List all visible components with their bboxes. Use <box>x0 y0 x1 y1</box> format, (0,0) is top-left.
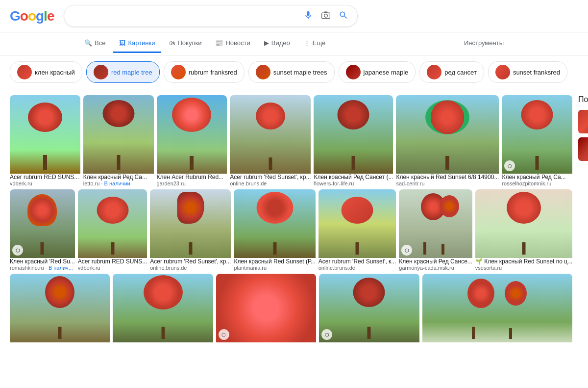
image-item-2-6[interactable]: ⬡ Клен красный Ред Сансе... garmonya-cad… <box>399 189 472 271</box>
sidebar-item-2[interactable]: rotahorn red suns... <box>578 137 588 161</box>
caption-source-1-5: flowers-for-life.ru <box>314 181 393 186</box>
image-item-1-4[interactable]: Acer rubrum 'Red Sunset', кр... online.b… <box>230 95 311 186</box>
google-logo: Google <box>10 8 54 24</box>
chip-3[interactable]: rubrum franksred <box>164 61 245 83</box>
nav-images-icon: 🖼 <box>119 39 125 47</box>
image-item-3-4[interactable]: ⬡ <box>319 274 419 342</box>
image-item-3-1[interactable] <box>10 274 110 342</box>
caption-title-2-1: Клен красный 'Red Su... <box>10 258 75 265</box>
caption-source-2-6: garmonya-cada.msk.ru <box>399 265 472 271</box>
caption-source-2-1: romashkino.ru · В налич... <box>10 265 75 271</box>
caption-source-2-5: online.bruns.de <box>318 265 396 271</box>
nav-shopping-label: Покупки <box>178 39 202 47</box>
image-item-2-4[interactable]: Клен красный Red Sunset (Р... plantmania… <box>234 189 315 271</box>
image-item-3-3[interactable]: ⬡ <box>216 274 316 342</box>
caption-source-1-1: vdberk.ru <box>10 181 80 186</box>
image-item-1-5[interactable]: Клен красный Ред Сансет (... flowers-for… <box>314 95 393 186</box>
caption-title-1-5: Клен красный Ред Сансет (... <box>314 174 393 181</box>
chip-3-label: rubrum franksred <box>189 69 237 76</box>
nav-video-icon: ▶ <box>264 39 269 47</box>
sidebar-item-1[interactable]: acer rubrum frank <box>578 110 588 133</box>
mic-icon <box>303 10 313 20</box>
mic-button[interactable] <box>302 9 314 23</box>
image-item-2-3[interactable]: Acer rubrum 'Red Sunset', кр... online.b… <box>150 189 231 271</box>
chip-4[interactable]: sunset maple trees <box>248 61 335 83</box>
caption-source-1-6: sad-centr.ru <box>396 181 499 186</box>
chip-2-label: red maple tree <box>111 69 152 76</box>
nav-tools-label: Инструменты <box>464 39 504 47</box>
caption-title-2-6: Клен красный Ред Сансе... <box>399 258 472 265</box>
caption-source-1-7: rosselhozpitomnik.ru <box>502 181 572 186</box>
badge-2-6: ⬡ <box>401 245 412 256</box>
caption-source-1-2: letto.ru · В наличии <box>83 181 154 186</box>
nav-tools[interactable]: Инструменты <box>458 34 510 53</box>
image-item-1-2[interactable]: Клен красный Ред Са... letto.ru · В нали… <box>83 95 154 186</box>
sidebar-thumb-1 <box>578 110 588 133</box>
image-item-2-5[interactable]: Acer rubrum 'Red Sunset', к... online.br… <box>318 189 396 271</box>
camera-icon <box>321 10 331 20</box>
nav-images[interactable]: 🖼 Картинки <box>113 34 161 53</box>
nav-more[interactable]: ⋮ Ещё <box>298 34 332 53</box>
chip-2[interactable]: red maple tree <box>86 61 160 83</box>
nav-news-label: Новости <box>225 39 250 47</box>
nav-video-label: Видео <box>271 39 290 47</box>
svg-rect-2 <box>324 12 328 13</box>
caption-title-1-2: Клен красный Ред Са... <box>83 174 154 181</box>
caption-source-1-4: online.bruns.de <box>230 181 311 186</box>
image-item-1-7[interactable]: ⬡ Клен красный Ред Са... rosselhozpitomn… <box>502 95 572 186</box>
badge-3-4: ⬡ <box>321 329 332 340</box>
nav-shopping-icon: 🛍 <box>169 39 175 47</box>
badge-3-3: ⬡ <box>219 329 229 340</box>
badge-1-7: ⬡ <box>504 160 515 171</box>
badge-2-1: ⬡ <box>12 245 23 256</box>
caption-title-1-4: Acer rubrum 'Red Sunset', кр... <box>230 174 311 181</box>
nav-all-icon: 🔍 <box>84 39 92 47</box>
svg-point-3 <box>328 14 329 15</box>
caption-title-2-5: Acer rubrum 'Red Sunset', к... <box>318 258 396 265</box>
nav-bar: 🔍 Все 🖼 Картинки 🛍 Покупки 📰 Новости ▶ В… <box>0 32 588 55</box>
nav-shopping[interactable]: 🛍 Покупки <box>163 34 208 53</box>
chip-4-label: sunset maple trees <box>273 69 327 76</box>
nav-all[interactable]: 🔍 Все <box>78 34 111 53</box>
image-item-1-6[interactable]: Клен красный Red Sunset 6/8 14900... sad… <box>396 95 499 186</box>
image-grid: Acer rubrum RED SUNS... vdberk.ru Клен к… <box>10 95 572 345</box>
chip-5-label: japanese maple <box>364 69 409 76</box>
caption-source-2-4: plantmania.ru <box>234 265 315 271</box>
image-row-3: ⬡ ⬡ <box>10 274 572 342</box>
svg-rect-0 <box>322 13 330 19</box>
nav-all-label: Все <box>95 39 105 47</box>
nav-more-icon: ⋮ <box>304 39 310 47</box>
chip-1[interactable]: клен красный <box>10 61 82 83</box>
chip-5[interactable]: japanese maple <box>339 61 416 83</box>
caption-source-2-3: online.bruns.de <box>150 265 231 271</box>
caption-title-2-7: 🌱 Клен красный Red Sunset по ц... <box>475 258 572 265</box>
chip-6-label: ред сансет <box>444 69 477 76</box>
image-item-3-2[interactable] <box>113 274 213 342</box>
image-item-3-5[interactable] <box>422 274 573 342</box>
nav-video[interactable]: ▶ Видео <box>258 34 296 53</box>
image-row-1: Acer rubrum RED SUNS... vdberk.ru Клен к… <box>10 95 572 186</box>
main-content: Acer rubrum RED SUNS... vdberk.ru Клен к… <box>0 89 588 351</box>
nav-news-icon: 📰 <box>215 39 223 47</box>
header: Google Acer rubrum "Red Sunset" <box>0 0 588 32</box>
lens-button[interactable] <box>320 9 332 23</box>
image-item-2-7[interactable]: 🌱 Клен красный Red Sunset по ц... vsesor… <box>475 189 572 271</box>
caption-title-1-3: Клен Acer Rubrum Red... <box>157 174 227 181</box>
nav-news[interactable]: 📰 Новости <box>209 34 256 53</box>
search-bar: Acer rubrum "Red Sunset" <box>64 5 358 27</box>
image-item-2-2[interactable]: Acer rubrum RED SUNS... vdberk.ru <box>78 189 147 271</box>
caption-title-1-1: Acer rubrum RED SUNS... <box>10 174 80 181</box>
search-input[interactable]: Acer rubrum "Red Sunset" <box>72 12 297 21</box>
caption-source-2-2: vdberk.ru <box>78 265 147 271</box>
image-item-1-3[interactable]: Клен Acer Rubrum Red... garden23.ru <box>157 95 227 186</box>
image-item-2-1[interactable]: ⬡ Клен красный 'Red Su... romashkino.ru … <box>10 189 75 271</box>
chip-7-label: sunset franksred <box>513 69 560 76</box>
chip-7[interactable]: sunset franksred <box>488 61 567 83</box>
image-item-1-1[interactable]: Acer rubrum RED SUNS... vdberk.ru <box>10 95 80 186</box>
sidebar-thumb-2 <box>578 137 588 161</box>
chip-1-label: клен красный <box>35 69 75 76</box>
image-row-2: ⬡ Клен красный 'Red Su... romashkino.ru … <box>10 189 572 271</box>
caption-source-1-3: garden23.ru <box>157 181 227 186</box>
chip-6[interactable]: ред сансет <box>419 61 484 83</box>
search-button[interactable] <box>338 9 349 23</box>
